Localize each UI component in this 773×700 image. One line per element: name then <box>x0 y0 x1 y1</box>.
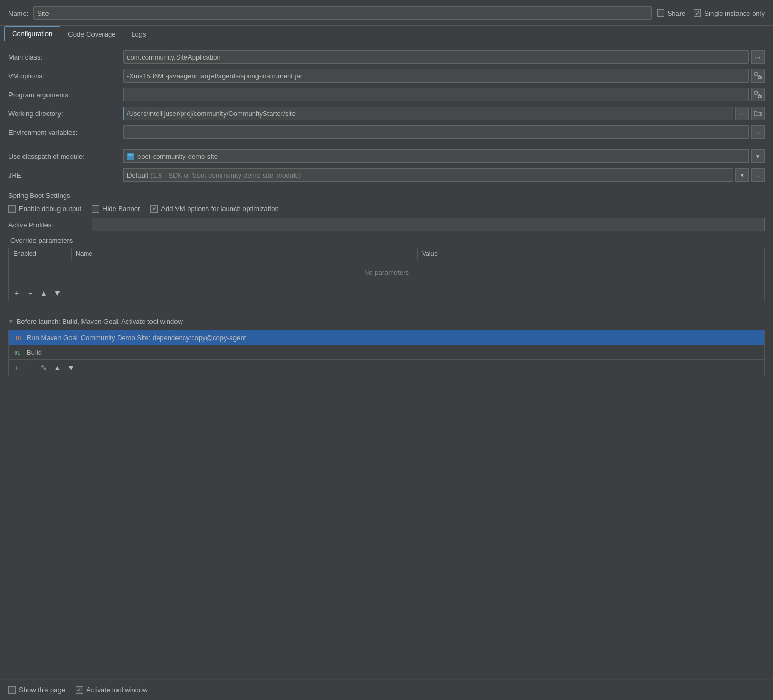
program-args-label: Program arguments: <box>8 91 123 99</box>
jre-dropdown-arrow[interactable]: ▼ <box>735 168 749 182</box>
active-profiles-label: Active Profiles: <box>8 221 92 229</box>
table-move-up-button[interactable]: ▲ <box>38 287 50 299</box>
vm-options-field <box>123 69 765 83</box>
tab-logs[interactable]: Logs <box>123 27 154 41</box>
before-launch-section: ▼ Before launch: Build, Maven Goal, Acti… <box>8 312 765 376</box>
single-instance-checkbox[interactable] <box>694 9 701 17</box>
override-params-title: Override parameters <box>8 237 765 244</box>
classpath-module-text: boot-community-demo-site <box>137 153 218 160</box>
table-add-button[interactable]: + <box>11 287 22 299</box>
launch-list: m Run Maven Goal 'Community Demo Site: d… <box>8 330 765 376</box>
hide-banner-label[interactable]: Hide Banner <box>92 205 140 213</box>
enable-debug-checkbox[interactable] <box>8 205 16 213</box>
show-page-text: Show this page <box>19 686 65 694</box>
working-dir-field: ··· <box>123 107 765 120</box>
single-instance-area: Single instance only <box>694 9 765 17</box>
jre-hint-text: (1.8 - SDK of 'boot-community-demo-site'… <box>150 171 301 179</box>
activate-window-label[interactable]: Activate tool window <box>76 686 148 694</box>
share-label: Share <box>667 9 686 17</box>
tab-configuration[interactable]: Configuration <box>4 26 60 41</box>
share-checkbox[interactable] <box>657 9 664 17</box>
before-launch-collapse-arrow: ▼ <box>8 319 14 324</box>
main-class-field: ··· <box>123 50 765 64</box>
main-class-row: Main class: ··· <box>8 50 765 64</box>
content-area: Main class: ··· VM options: <box>0 41 773 679</box>
svg-rect-5 <box>758 95 761 98</box>
working-dir-label: Working directory: <box>8 110 123 118</box>
header-row: Name: Share Single instance only <box>0 0 773 26</box>
header-right: Share Single instance only <box>657 9 765 17</box>
vm-options-expand-button[interactable] <box>751 69 765 83</box>
classpath-dropdown-arrow[interactable]: ▼ <box>751 149 765 163</box>
working-dir-browse-button[interactable]: ··· <box>735 107 749 120</box>
enable-debug-text: Enable debug output <box>19 205 81 213</box>
program-args-input[interactable] <box>123 88 749 101</box>
jre-dropdown[interactable]: Default (1.8 - SDK of 'boot-community-de… <box>123 168 733 182</box>
add-vm-label[interactable]: Add VM options for launch optimization <box>150 205 278 213</box>
name-input[interactable] <box>33 6 651 20</box>
svg-rect-0 <box>755 73 757 75</box>
working-dir-folder-button[interactable] <box>751 107 765 120</box>
main-class-label: Main class: <box>8 53 123 61</box>
tab-code-coverage[interactable]: Code Coverage <box>60 27 123 41</box>
launch-item-build[interactable]: 01 Build <box>9 345 764 359</box>
env-vars-row: Environment variables: ··· <box>8 125 765 139</box>
jre-browse-button[interactable]: ··· <box>751 168 765 182</box>
env-vars-field: ··· <box>123 125 765 139</box>
jre-field: Default (1.8 - SDK of 'boot-community-de… <box>123 168 765 182</box>
vm-options-row: VM options: <box>8 68 765 83</box>
launch-item-maven[interactable]: m Run Maven Goal 'Community Demo Site: d… <box>9 330 764 345</box>
add-vm-text: Add VM options for launch optimization <box>161 205 278 213</box>
hide-banner-checkbox[interactable] <box>92 205 99 213</box>
vm-options-label: VM options: <box>8 72 123 80</box>
program-args-expand-button[interactable] <box>751 88 765 101</box>
env-vars-input[interactable] <box>123 125 749 139</box>
show-page-label[interactable]: Show this page <box>8 686 65 694</box>
env-vars-browse-button[interactable]: ··· <box>751 125 765 139</box>
table-empty-text: No parameters <box>9 260 764 285</box>
active-profiles-input[interactable] <box>92 218 765 231</box>
module-icon <box>127 153 134 160</box>
table-remove-button[interactable]: − <box>25 287 36 299</box>
launch-move-up-button[interactable]: ▲ <box>52 362 63 374</box>
bottom-row: Show this page Activate tool window <box>0 679 773 700</box>
col-enabled: Enabled <box>9 248 72 260</box>
main-class-browse-button[interactable]: ··· <box>751 50 765 64</box>
classpath-field: boot-community-demo-site ▼ <box>123 149 765 163</box>
launch-move-down-button[interactable]: ▼ <box>65 362 77 374</box>
run-configuration-dialog: Name: Share Single instance only Configu… <box>0 0 773 700</box>
override-params-section: Override parameters Enabled Name Value N… <box>8 237 765 301</box>
classpath-label: Use classpath of module: <box>8 153 123 160</box>
before-launch-title[interactable]: ▼ Before launch: Build, Maven Goal, Acti… <box>8 318 765 325</box>
launch-remove-button[interactable]: − <box>25 362 36 374</box>
launch-toolbar: + − ✎ ▲ ▼ <box>9 359 764 376</box>
active-profiles-row: Active Profiles: <box>8 218 765 231</box>
build-icon: 01 <box>14 348 22 356</box>
before-launch-title-text: Before launch: Build, Maven Goal, Activa… <box>17 318 183 325</box>
jre-row: JRE: Default (1.8 - SDK of 'boot-communi… <box>8 168 765 182</box>
svg-rect-1 <box>758 76 761 79</box>
jre-default-text: Default <box>127 171 148 179</box>
main-class-input[interactable] <box>123 50 749 64</box>
col-value: Value <box>418 248 764 260</box>
enable-debug-label[interactable]: Enable debug output <box>8 205 81 213</box>
program-args-row: Program arguments: <box>8 87 765 102</box>
launch-add-button[interactable]: + <box>11 362 22 374</box>
add-vm-checkbox[interactable] <box>150 205 158 213</box>
working-dir-input[interactable] <box>123 107 733 120</box>
col-name: Name <box>72 248 418 260</box>
maven-icon: m <box>14 333 22 342</box>
activate-window-text: Activate tool window <box>86 686 148 694</box>
table-move-down-button[interactable]: ▼ <box>52 287 63 299</box>
classpath-dropdown[interactable]: boot-community-demo-site <box>123 149 749 163</box>
spring-boot-section-title: Spring Boot Settings <box>8 192 765 200</box>
show-page-checkbox[interactable] <box>8 686 16 694</box>
launch-item-maven-text: Run Maven Goal 'Community Demo Site: dep… <box>27 334 248 342</box>
launch-edit-button[interactable]: ✎ <box>38 362 50 374</box>
vm-options-input[interactable] <box>123 69 749 83</box>
svg-rect-4 <box>755 91 757 94</box>
name-label: Name: <box>8 9 28 17</box>
override-params-table: Enabled Name Value No parameters + − ▲ ▼ <box>8 248 765 301</box>
classpath-row: Use classpath of module: boot-community-… <box>8 149 765 164</box>
activate-window-checkbox[interactable] <box>76 686 83 694</box>
